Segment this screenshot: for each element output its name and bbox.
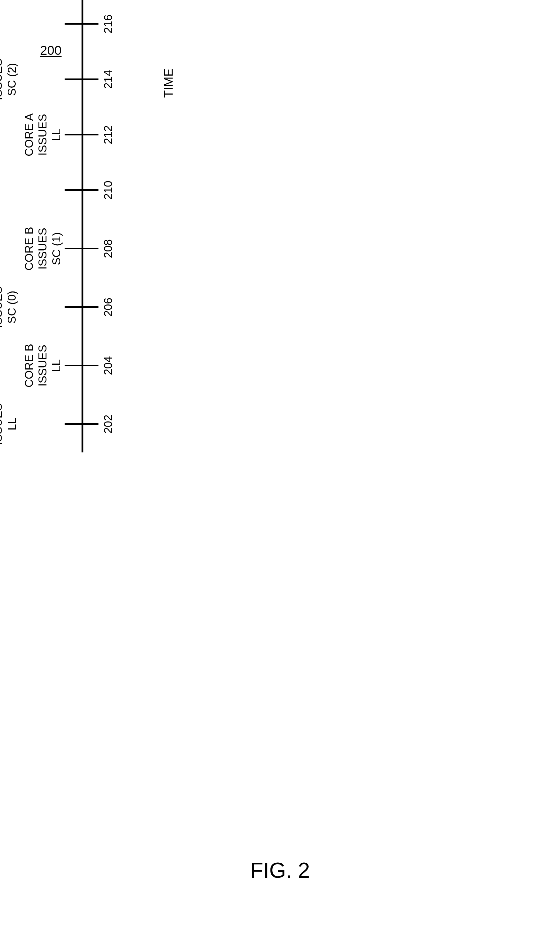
page: 200 202 204 206 208 210 212 214 216 2 <box>0 0 560 935</box>
axis-label-time: TIME <box>162 68 175 98</box>
tick-202 <box>65 423 98 425</box>
event-212: CORE AISSUESLL <box>23 113 63 156</box>
event-214: CORE AISSUESSC (2) <box>0 58 19 101</box>
ref-212: 212 <box>102 125 115 144</box>
ref-206: 206 <box>102 297 115 317</box>
ref-208: 208 <box>102 239 115 258</box>
tick-214 <box>65 79 98 80</box>
tick-212 <box>65 134 98 136</box>
ref-216: 216 <box>102 14 115 34</box>
time-axis-line: 202 204 206 208 210 212 214 216 218 220 … <box>82 0 83 453</box>
tick-208 <box>65 248 98 249</box>
event-202: CORE AISSUESLL <box>0 402 19 446</box>
ref-204: 204 <box>102 356 115 375</box>
ref-214: 214 <box>102 70 115 89</box>
figure-caption: FIG. 2 <box>0 858 560 883</box>
event-204: CORE BISSUESLL <box>23 344 63 388</box>
tick-206 <box>65 306 98 308</box>
event-206: CORE AISSUESSC (0) <box>0 286 19 329</box>
figure-ref-number: 200 <box>40 43 62 58</box>
tick-216 <box>65 23 98 25</box>
event-208: CORE BISSUESSC (1) <box>23 227 63 271</box>
tick-210 <box>65 189 98 191</box>
ref-202: 202 <box>102 414 115 434</box>
tick-204 <box>65 365 98 366</box>
ref-210: 210 <box>102 181 115 200</box>
